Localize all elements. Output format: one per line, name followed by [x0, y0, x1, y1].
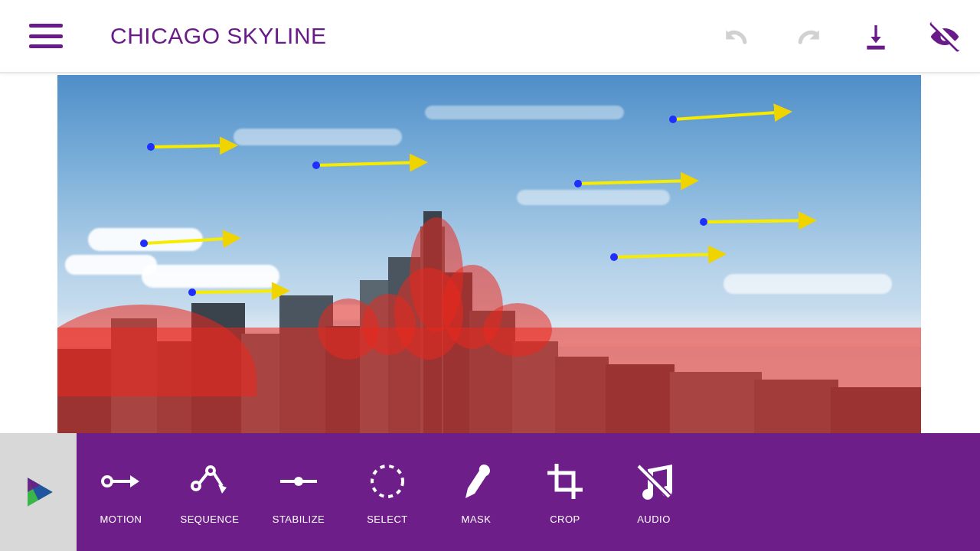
editor-canvas[interactable]	[57, 75, 921, 433]
motion-arrow[interactable]	[673, 112, 789, 119]
svg-point-10	[294, 477, 303, 486]
motion-arrow[interactable]	[316, 162, 425, 165]
tool-label: STABILIZE	[273, 514, 325, 525]
svg-point-3	[103, 477, 112, 486]
tool-label: MOTION	[100, 514, 142, 525]
motion-arrow-anchor[interactable]	[312, 161, 320, 169]
tool-label: MASK	[462, 514, 492, 525]
motion-arrow-anchor[interactable]	[700, 218, 707, 226]
download-button[interactable]	[859, 20, 893, 54]
svg-rect-0	[867, 46, 884, 50]
motion-arrow[interactable]	[578, 181, 696, 184]
motion-icon	[100, 460, 142, 503]
motion-arrow-anchor[interactable]	[140, 240, 148, 247]
tool-motion[interactable]: MOTION	[92, 460, 150, 525]
select-icon	[366, 460, 409, 503]
play-icon	[17, 471, 60, 514]
motion-arrow[interactable]	[614, 254, 724, 257]
menu-button[interactable]	[29, 24, 63, 48]
tool-bar: MOTION SEQUENCE STABILIZE SELECT MASK CR…	[77, 433, 980, 551]
tool-mask[interactable]: MASK	[447, 460, 505, 525]
audio-off-icon	[632, 460, 675, 503]
tool-select[interactable]: SELECT	[358, 460, 416, 525]
motion-arrow-anchor[interactable]	[574, 180, 582, 187]
tool-audio[interactable]: AUDIO	[625, 460, 683, 525]
motion-arrow-anchor[interactable]	[610, 253, 618, 261]
tool-label: AUDIO	[637, 514, 671, 525]
mask-icon	[455, 460, 498, 503]
motion-arrow-anchor[interactable]	[147, 143, 155, 151]
motion-arrow[interactable]	[151, 145, 235, 147]
top-bar: CHICAGO SKYLINE	[0, 0, 980, 73]
top-actions	[721, 0, 962, 73]
stabilize-icon	[277, 460, 320, 503]
tool-sequence[interactable]: SEQUENCE	[181, 460, 239, 525]
tool-label: SEQUENCE	[181, 514, 240, 525]
tool-crop[interactable]: CROP	[536, 460, 594, 525]
motion-arrow-anchor[interactable]	[669, 116, 677, 123]
project-title: CHICAGO SKYLINE	[110, 23, 327, 49]
play-button[interactable]	[0, 433, 77, 551]
redo-button[interactable]	[790, 20, 824, 54]
tool-label: SELECT	[367, 514, 408, 525]
motion-arrow[interactable]	[192, 291, 287, 292]
sequence-icon	[188, 460, 231, 503]
undo-button[interactable]	[721, 20, 755, 54]
motion-arrows-svg	[57, 75, 921, 433]
tool-label: CROP	[550, 514, 580, 525]
motion-arrow-anchor[interactable]	[188, 289, 196, 296]
motion-arrows-layer[interactable]	[57, 75, 921, 433]
visibility-off-button[interactable]	[928, 20, 962, 54]
crop-icon	[544, 460, 586, 503]
svg-line-8	[214, 473, 222, 486]
motion-arrow[interactable]	[704, 220, 814, 222]
motion-arrow[interactable]	[144, 238, 238, 243]
svg-point-11	[372, 466, 403, 497]
tool-stabilize[interactable]: STABILIZE	[270, 460, 328, 525]
